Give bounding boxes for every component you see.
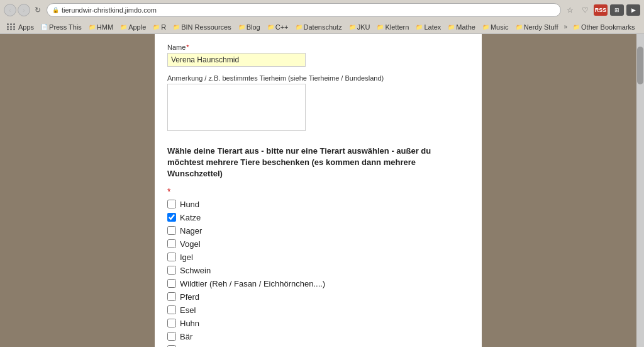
- schwein-label: Schwein: [180, 266, 211, 275]
- checkbox-schwein: Schwein: [167, 266, 469, 275]
- bookmark-jku[interactable]: 📁 JKU: [346, 23, 374, 31]
- pferd-checkbox[interactable]: [167, 292, 176, 301]
- bookmark-folder-icon: 📁: [296, 24, 303, 30]
- back-button[interactable]: ‹: [4, 4, 16, 16]
- checkbox-nager: Nager: [167, 226, 469, 236]
- page-area: Name* Anmerkung / z.B. bestimmtes Tierhe…: [0, 34, 644, 347]
- apps-grid-icon: [7, 23, 16, 30]
- schaf-label: Schaf / Gans / Ziege: [180, 345, 255, 347]
- browser-chrome: ‹ › ↻ 🔒 tierundwir-christkind.jimdo.com …: [0, 0, 644, 34]
- checkbox-huhn: Huhn: [167, 319, 469, 328]
- refresh-button[interactable]: ↻: [31, 4, 44, 16]
- bookmark-press-this[interactable]: 📄 Press This: [38, 23, 85, 31]
- schwein-checkbox[interactable]: [167, 266, 176, 275]
- igel-label: Igel: [180, 253, 193, 262]
- page-content: Name* Anmerkung / z.B. bestimmtes Tierhe…: [0, 34, 636, 347]
- bookmark-other[interactable]: 📁 Other Bookmarks: [570, 23, 638, 31]
- nager-label: Nager: [180, 226, 202, 236]
- checkbox-igel: Igel: [167, 253, 469, 262]
- heart-icon[interactable]: ♡: [579, 4, 591, 16]
- checkbox-vogel: Vogel: [167, 239, 469, 249]
- nav-buttons: ‹ › ↻: [4, 4, 44, 16]
- bookmark-blog[interactable]: 📁 Blog: [235, 23, 264, 31]
- lock-icon: 🔒: [52, 7, 59, 13]
- more-bookmarks-button[interactable]: »: [562, 23, 569, 30]
- forward-button[interactable]: ›: [18, 4, 30, 16]
- bookmark-folder-icon: 📁: [173, 24, 180, 30]
- bookmark-folder-icon: 📁: [516, 24, 523, 30]
- bookmark-folder-icon: 📁: [89, 24, 96, 30]
- anmerkung-field-group: Anmerkung / z.B. bestimmtes Tierheim (si…: [167, 74, 469, 133]
- form-container: Name* Anmerkung / z.B. bestimmtes Tierhe…: [155, 34, 482, 347]
- bookmark-folder-icon: 📁: [482, 24, 489, 30]
- name-label: Name*: [167, 43, 469, 51]
- name-field-group: Name*: [167, 43, 469, 67]
- bookmark-folder-icon: 📁: [349, 24, 356, 30]
- bookmark-folder-icon: 📁: [120, 24, 127, 30]
- bookmark-r[interactable]: 📁 R: [150, 23, 169, 31]
- vogel-label: Vogel: [180, 239, 201, 249]
- section-heading: Wähle deine Tierart aus - bitte nur eine…: [167, 145, 469, 180]
- checkbox-katze: Katze: [167, 213, 469, 222]
- esel-label: Esel: [180, 305, 196, 315]
- cast-icon[interactable]: ▶: [626, 4, 640, 16]
- checkbox-pferd: Pferd: [167, 292, 469, 302]
- url-text: tierundwir-christkind.jimdo.com: [62, 6, 555, 14]
- checkbox-schaf: Schaf / Gans / Ziege: [167, 345, 469, 347]
- scrollbar[interactable]: [636, 34, 644, 347]
- hund-label: Hund: [180, 200, 199, 209]
- name-input[interactable]: [167, 53, 306, 67]
- bookmark-music[interactable]: 📁 Music: [479, 23, 512, 31]
- vogel-checkbox[interactable]: [167, 239, 176, 248]
- bookmark-folder-icon: 📁: [377, 24, 384, 30]
- bookmark-nerdy-stuff[interactable]: 📁 Nerdy Stuff: [513, 23, 562, 31]
- star-icon[interactable]: ☆: [564, 4, 576, 16]
- bookmark-hmm[interactable]: 📁 HMM: [86, 23, 116, 31]
- bookmark-apple[interactable]: 📁 Apple: [117, 23, 149, 31]
- bookmark-latex[interactable]: 📁 Latex: [413, 23, 444, 31]
- checkbox-hund: Hund: [167, 200, 469, 209]
- hund-checkbox[interactable]: [167, 200, 176, 208]
- checkbox-baer: Bär: [167, 332, 469, 341]
- required-indicator: *: [167, 186, 469, 196]
- nager-checkbox[interactable]: [167, 226, 176, 235]
- bookmark-mathe[interactable]: 📁 Mathe: [445, 23, 479, 31]
- pocket-icon[interactable]: ⊞: [610, 4, 624, 16]
- checkbox-esel: Esel: [167, 305, 469, 315]
- bookmark-folder-icon: 📁: [573, 24, 580, 30]
- bookmark-apps[interactable]: Apps: [4, 23, 37, 31]
- toolbar-icons: ☆ ♡ RSS ⊞ ▶: [564, 4, 640, 16]
- wildtier-label: Wildtier (Reh / Fasan / Eichhörnchen....…: [180, 279, 325, 288]
- anmerkung-textarea[interactable]: [167, 84, 306, 131]
- bookmark-folder-icon: 📁: [238, 24, 245, 30]
- bookmark-cpp[interactable]: 📁 C++: [264, 23, 292, 31]
- anmerkung-label: Anmerkung / z.B. bestimmtes Tierheim (si…: [167, 74, 469, 82]
- bookmark-file-icon: 📄: [41, 24, 48, 30]
- rss-icon[interactable]: RSS: [594, 4, 608, 16]
- huhn-checkbox[interactable]: [167, 319, 176, 327]
- scrollbar-thumb[interactable]: [637, 47, 643, 84]
- name-required-star: *: [186, 43, 189, 51]
- katze-checkbox[interactable]: [167, 213, 176, 222]
- checkbox-wildtier: Wildtier (Reh / Fasan / Eichhörnchen....…: [167, 279, 469, 288]
- wildtier-checkbox[interactable]: [167, 279, 176, 288]
- bookmarks-bar: Apps 📄 Press This 📁 HMM 📁 Apple 📁 R 📁 BI…: [0, 20, 644, 34]
- bookmark-folder-icon: 📁: [416, 24, 423, 30]
- katze-label: Katze: [180, 213, 201, 222]
- bookmark-folder-icon: 📁: [448, 24, 455, 30]
- esel-checkbox[interactable]: [167, 305, 176, 314]
- igel-checkbox[interactable]: [167, 253, 176, 261]
- bookmark-folder-icon: 📁: [153, 24, 160, 30]
- address-bar[interactable]: 🔒 tierundwir-christkind.jimdo.com: [47, 3, 561, 17]
- browser-toolbar: ‹ › ↻ 🔒 tierundwir-christkind.jimdo.com …: [0, 0, 644, 20]
- bookmark-klettern[interactable]: 📁 Klettern: [374, 23, 412, 31]
- huhn-label: Huhn: [180, 319, 199, 328]
- bookmark-bin-ressources[interactable]: 📁 BIN Ressources: [170, 23, 234, 31]
- baer-label: Bär: [180, 332, 192, 341]
- pferd-label: Pferd: [180, 292, 199, 302]
- bookmark-folder-icon: 📁: [267, 24, 274, 30]
- animal-checkboxes: Hund Katze Nager Vogel Igel: [167, 200, 469, 347]
- bookmark-datenschutz[interactable]: 📁 Datenschutz: [292, 23, 345, 31]
- baer-checkbox[interactable]: [167, 332, 176, 341]
